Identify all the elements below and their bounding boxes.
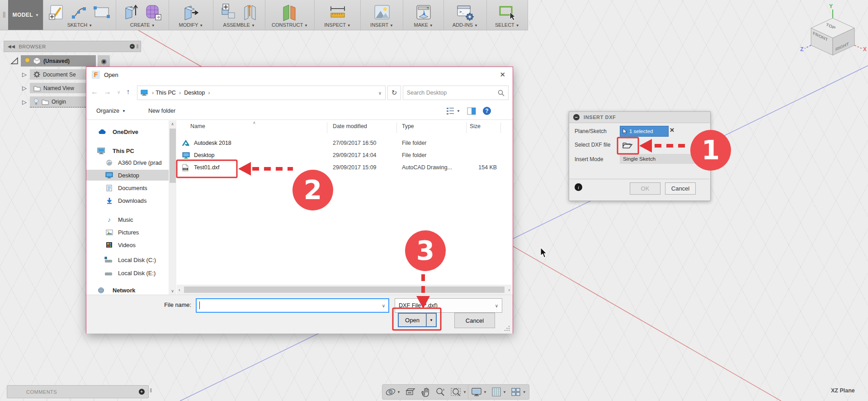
create-sketch-icon[interactable] xyxy=(48,3,67,21)
chevron-down-icon[interactable]: ▼ xyxy=(503,390,506,394)
browser-row-origin[interactable]: ▷ Origin xyxy=(21,96,86,108)
toolbar-menu-insert[interactable]: INSERT xyxy=(370,22,388,28)
sidebar-item-documents[interactable]: Documents xyxy=(86,182,169,193)
toolbar-menu-select[interactable]: SELECT xyxy=(495,22,514,28)
browser-root-row[interactable]: (Unsaved) ◉ xyxy=(10,55,110,67)
scrollbar-thumb[interactable] xyxy=(184,286,505,293)
help-icon[interactable]: ? xyxy=(483,107,491,115)
collapse-panel-icon[interactable]: ◀◀ xyxy=(8,44,15,49)
scroll-left-icon[interactable]: ‹ xyxy=(177,287,182,292)
forward-icon[interactable]: → xyxy=(104,88,111,96)
info-icon[interactable]: i xyxy=(575,183,582,191)
sidebar-item-music[interactable]: ♪Music xyxy=(86,214,169,225)
expand-triangle-icon[interactable] xyxy=(10,57,19,66)
dialog-titlebar[interactable]: F Open ✕ xyxy=(86,67,513,82)
sidebar-item-this-pc[interactable]: This PC xyxy=(86,145,169,156)
construct-plane-icon[interactable] xyxy=(280,3,300,22)
ground-toggle[interactable]: ◉ xyxy=(98,55,110,67)
orbit-button[interactable]: ▼ xyxy=(385,387,401,397)
breadcrumb-this-pc[interactable]: This PC xyxy=(156,90,176,96)
chevron-down-icon[interactable]: ▼ xyxy=(457,109,460,113)
up-icon[interactable]: ↑ xyxy=(126,88,130,96)
recent-locations-icon[interactable]: ∨ xyxy=(117,90,120,96)
address-bar[interactable]: › This PC › Desktop › ∨ xyxy=(137,86,386,100)
insert-dxf-titlebar[interactable]: − INSERT DXF xyxy=(569,112,710,123)
press-pull-icon[interactable] xyxy=(181,3,200,22)
open-options-icon[interactable]: ▼ xyxy=(426,313,437,327)
visibility-bulb-icon[interactable] xyxy=(24,57,30,65)
filename-dropdown-icon[interactable]: ∨ xyxy=(382,303,385,308)
extrude-icon[interactable] xyxy=(122,3,140,22)
comments-grip-icon[interactable]: ‖ xyxy=(150,387,152,394)
sidebar-item-downloads[interactable]: Downloads xyxy=(86,195,169,206)
new-component-icon[interactable] xyxy=(219,3,238,22)
refresh-button[interactable]: ↻ xyxy=(387,86,401,100)
search-icon[interactable] xyxy=(498,90,505,96)
sidebar-item-network[interactable]: Network xyxy=(86,285,169,295)
collapsed-arrow-icon[interactable]: ▷ xyxy=(21,71,28,78)
dialog-cancel-button[interactable]: Cancel xyxy=(454,313,495,328)
insert-mode-dropdown[interactable]: Single Sketch xyxy=(620,154,711,164)
sidebar-item-pictures[interactable]: Pictures xyxy=(86,227,169,238)
browser-panel-header[interactable]: ◀◀ BROWSER − ‖ xyxy=(4,41,141,52)
chevron-down-icon[interactable]: ▼ xyxy=(463,390,467,394)
toolbar-menu-sketch[interactable]: SKETCH xyxy=(67,22,88,28)
3d-print-icon[interactable] xyxy=(414,3,433,22)
toolbar-menu-make[interactable]: MAKE xyxy=(414,22,428,28)
column-header-name[interactable]: Name xyxy=(190,123,205,129)
visibility-bulb-icon[interactable] xyxy=(33,98,39,105)
spline-icon[interactable] xyxy=(71,3,89,21)
add-comment-icon[interactable]: + xyxy=(139,389,145,395)
insert-dxf-cancel-button[interactable]: Cancel xyxy=(665,182,696,195)
comments-panel[interactable]: COMMENTS + xyxy=(7,385,149,398)
viewcube[interactable]: Y TOP FRONT RIGHT Z X xyxy=(796,0,868,61)
back-icon[interactable]: ← xyxy=(91,88,98,96)
chevron-down-icon[interactable]: ▼ xyxy=(523,390,526,394)
zoom-button[interactable]: ± xyxy=(435,387,446,397)
look-at-button[interactable] xyxy=(405,387,416,397)
scroll-down-icon[interactable]: ∨ xyxy=(169,289,176,293)
panel-grip-icon[interactable]: ‖ xyxy=(137,43,139,50)
ok-button[interactable]: OK xyxy=(630,182,660,195)
open-button[interactable]: Open xyxy=(398,313,426,327)
sidebar-item-local-disk-c[interactable]: Local Disk (C:) xyxy=(86,254,169,265)
toolbar-menu-construct[interactable]: CONSTRUCT xyxy=(272,22,303,28)
sidebar-item-videos[interactable]: Videos xyxy=(86,239,169,250)
breadcrumb-desktop[interactable]: Desktop xyxy=(184,90,205,96)
preview-pane-icon[interactable] xyxy=(467,107,476,115)
rectangle-tool-icon[interactable] xyxy=(92,3,111,21)
sidebar-scrollbar[interactable]: ∧ ∨ xyxy=(169,120,176,295)
scroll-up-icon[interactable]: ∧ xyxy=(169,120,176,126)
toolbar-menu-assemble[interactable]: ASSEMBLE xyxy=(223,22,250,28)
form-icon[interactable] xyxy=(144,3,163,22)
panel-minus-icon[interactable]: − xyxy=(130,44,135,49)
plane-selection-button[interactable]: 1 selected xyxy=(620,126,669,137)
browser-row-document-settings[interactable]: ▷ Document Se xyxy=(21,69,86,80)
new-folder-button[interactable]: New folder xyxy=(148,108,175,114)
scroll-right-icon[interactable]: › xyxy=(506,287,512,292)
sort-ascending-icon[interactable]: ∧ xyxy=(253,120,256,125)
pan-button[interactable] xyxy=(420,387,430,397)
open-split-button[interactable]: Open ▼ xyxy=(398,313,437,327)
viewports-button[interactable]: ▼ xyxy=(511,387,526,397)
sidebar-item-a360[interactable]: A360 Drive (prad xyxy=(86,157,169,168)
list-view-icon[interactable] xyxy=(446,107,454,115)
file-name-field[interactable] xyxy=(197,299,382,312)
column-header-type[interactable]: Type xyxy=(402,123,414,129)
collapse-dialog-icon[interactable]: − xyxy=(573,114,580,120)
workspace-switcher[interactable]: MODEL ▼ xyxy=(8,0,43,30)
select-icon[interactable] xyxy=(497,3,517,21)
resize-grip-icon[interactable] xyxy=(505,325,510,331)
file-type-dropdown[interactable]: DXF File (*.dxf) ∨ xyxy=(395,298,502,313)
measure-icon[interactable] xyxy=(327,3,348,21)
sidebar-item-desktop[interactable]: Desktop xyxy=(86,170,169,181)
display-settings-button[interactable]: ▼ xyxy=(471,387,487,397)
toolbar-menu-create[interactable]: CREATE xyxy=(130,22,150,28)
browser-row-named-views[interactable]: ▷ Named View xyxy=(21,83,86,93)
close-icon[interactable]: ✕ xyxy=(500,71,505,79)
insert-image-icon[interactable] xyxy=(373,3,392,21)
grid-settings-button[interactable]: ▼ xyxy=(491,387,506,397)
organize-menu[interactable]: Organize ▼ xyxy=(96,108,126,114)
chevron-down-icon[interactable]: ▼ xyxy=(483,390,487,394)
toolbar-drag-handle[interactable]: ‖ xyxy=(0,0,8,30)
